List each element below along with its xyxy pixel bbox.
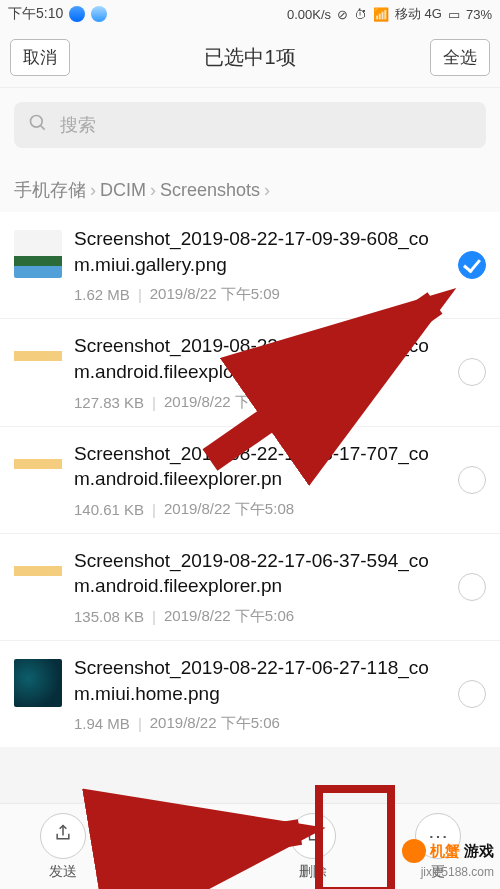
file-row[interactable]: Screenshot_2019-08-22-17-06-27-118_com.m…	[0, 641, 500, 747]
send-action[interactable]: 发送	[40, 813, 86, 881]
chevron-right-icon: ›	[264, 180, 270, 201]
status-bar: 下午5:10 0.00K/s ⊘ ⏱ 📶 移动 4G ▭ 73%	[0, 0, 500, 28]
file-date: 2019/8/22 下午5:08	[164, 500, 294, 519]
trash-icon	[303, 823, 323, 848]
file-checkbox[interactable]	[458, 466, 486, 494]
file-name: Screenshot_2019-08-22-17-06-37-594_com.a…	[74, 548, 442, 599]
file-name: Screenshot_2019-08-22-17-09-39-608_com.m…	[74, 226, 442, 277]
file-size: 127.83 KB	[74, 394, 144, 411]
file-thumbnail	[14, 445, 62, 493]
file-date: 2019/8/22 下午5:06	[164, 607, 294, 626]
svg-point-0	[31, 115, 43, 127]
file-checkbox[interactable]	[458, 680, 486, 708]
file-row[interactable]: Screenshot_2019-08-22-17-09-39-608_com.m…	[0, 212, 500, 319]
file-list: Screenshot_2019-08-22-17-09-39-608_com.m…	[0, 212, 500, 747]
file-thumbnail	[14, 659, 62, 707]
search-icon	[28, 113, 48, 138]
crumb-screenshots[interactable]: Screenshots	[160, 180, 260, 201]
file-thumbnail	[14, 337, 62, 385]
watermark-text-a: 机蟹	[430, 842, 460, 861]
file-row[interactable]: Screenshot_2019-08-22-17-08-22-421_com.a…	[0, 319, 500, 426]
breadcrumb: 手机存储 › DCIM › Screenshots ›	[0, 148, 500, 212]
action-label: 删除	[299, 863, 327, 881]
search-input[interactable]	[60, 115, 472, 136]
cancel-button[interactable]: 取消	[10, 39, 70, 76]
file-name: Screenshot_2019-08-22-17-08-17-707_com.a…	[74, 441, 442, 492]
svg-line-1	[41, 125, 45, 129]
status-carrier: 移动 4G	[395, 5, 442, 23]
file-thumbnail	[14, 552, 62, 600]
action-label: 发送	[49, 863, 77, 881]
status-netspeed: 0.00K/s	[287, 7, 331, 22]
file-name: Screenshot_2019-08-22-17-06-27-118_com.m…	[74, 655, 442, 706]
file-size: 1.62 MB	[74, 286, 130, 303]
file-name: Screenshot_2019-08-22-17-08-22-421_com.a…	[74, 333, 442, 384]
watermark-text-b: 游戏	[464, 842, 494, 861]
search-box[interactable]	[14, 102, 486, 148]
delete-action[interactable]: 删除	[290, 813, 336, 881]
status-time: 下午5:10	[8, 5, 63, 23]
crumb-root[interactable]: 手机存储	[14, 178, 86, 202]
file-thumbnail	[14, 230, 62, 278]
scissors-icon: ✂	[179, 824, 196, 848]
watermark-icon	[402, 839, 426, 863]
chevron-right-icon: ›	[150, 180, 156, 201]
qq-icon	[69, 6, 85, 22]
signal-icon: 📶	[373, 7, 389, 22]
cut-action[interactable]: ✂ 剪切	[165, 813, 211, 881]
file-size: 1.94 MB	[74, 715, 130, 732]
file-checkbox[interactable]	[458, 251, 486, 279]
clock-icon: ⏱	[354, 7, 367, 22]
selection-header: 取消 已选中1项 全选	[0, 28, 500, 88]
selection-title: 已选中1项	[204, 44, 295, 71]
action-label: 剪切	[174, 863, 202, 881]
file-date: 2019/8/22 下午5:09	[150, 285, 280, 304]
select-all-button[interactable]: 全选	[430, 39, 490, 76]
alarm-icon: ⊘	[337, 7, 348, 22]
file-row[interactable]: Screenshot_2019-08-22-17-08-17-707_com.a…	[0, 427, 500, 534]
search-container	[0, 88, 500, 148]
watermark: 机蟹游戏	[402, 839, 494, 863]
file-row[interactable]: Screenshot_2019-08-22-17-06-37-594_com.a…	[0, 534, 500, 641]
file-size: 135.08 KB	[74, 608, 144, 625]
file-date: 2019/8/22 下午5:06	[150, 714, 280, 733]
weather-icon	[91, 6, 107, 22]
file-date: 2019/8/22 下午5:08	[164, 393, 294, 412]
watermark-url: jixie5188.com	[421, 865, 494, 879]
battery-icon: ▭	[448, 7, 460, 22]
crumb-dcim[interactable]: DCIM	[100, 180, 146, 201]
file-checkbox[interactable]	[458, 358, 486, 386]
chevron-right-icon: ›	[90, 180, 96, 201]
share-icon	[53, 823, 73, 848]
file-size: 140.61 KB	[74, 501, 144, 518]
status-battery: 73%	[466, 7, 492, 22]
file-checkbox[interactable]	[458, 573, 486, 601]
